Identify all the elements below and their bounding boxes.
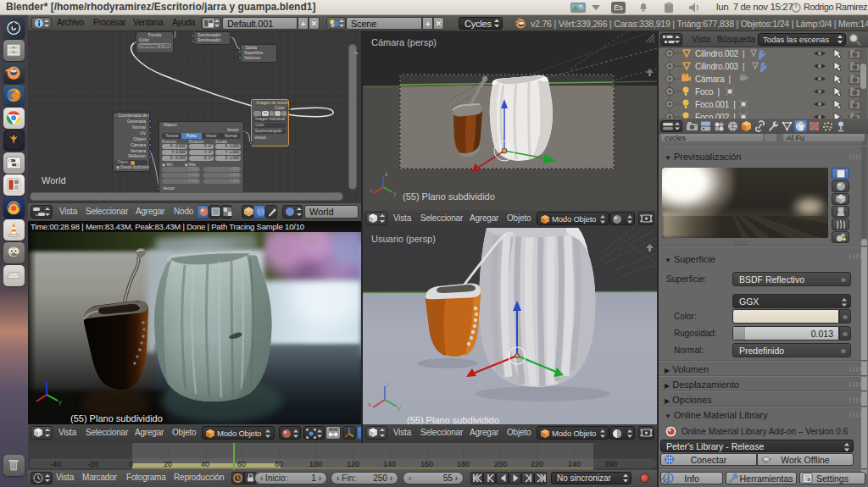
svg-text:z: z: [385, 171, 388, 177]
svg-text:x: x: [368, 401, 371, 408]
svg-text:y: y: [393, 191, 397, 197]
svg-text:x: x: [370, 187, 373, 193]
svg-text:z: z: [387, 380, 390, 388]
svg-text:y: y: [398, 404, 401, 412]
svg-text:y: y: [58, 398, 62, 406]
